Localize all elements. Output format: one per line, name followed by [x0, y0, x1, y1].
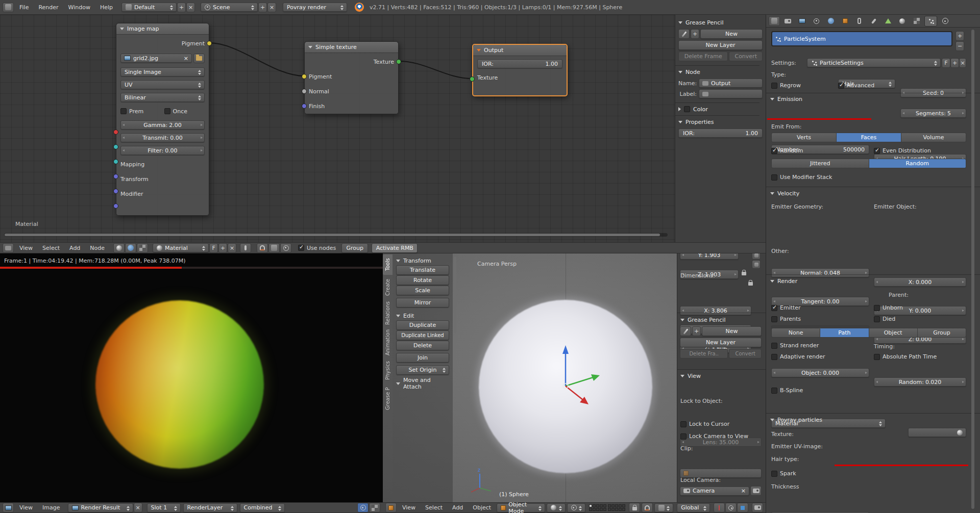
- lock-camera-to-view-checkbox[interactable]: Lock Camera to View: [680, 433, 748, 440]
- tab-material[interactable]: [896, 16, 909, 27]
- once-checkbox[interactable]: Once: [164, 108, 205, 115]
- finish-input-socket[interactable]: [302, 104, 307, 109]
- lock-to-scene-button[interactable]: [629, 503, 640, 512]
- tab-physics[interactable]: [939, 16, 951, 27]
- texture-output-socket[interactable]: [396, 59, 401, 64]
- display-channels-color-button[interactable]: [357, 503, 369, 512]
- tab-texture[interactable]: [910, 16, 923, 27]
- layer-toggle[interactable]: [611, 504, 615, 507]
- emit-from-faces-button[interactable]: Faces: [837, 133, 901, 142]
- mirror-button[interactable]: Mirror: [396, 298, 449, 307]
- mapping-input-socket[interactable]: [113, 174, 118, 179]
- pigment-output-socket[interactable]: [207, 41, 212, 46]
- node-canvas-hscrollbar[interactable]: [4, 233, 668, 237]
- advanced-checkbox[interactable]: Advanced: [838, 82, 874, 89]
- ior-slider[interactable]: IOR:1.00: [678, 129, 763, 138]
- color-panel-header[interactable]: Color: [678, 104, 763, 114]
- b-spline-checkbox[interactable]: B-Spline: [771, 387, 803, 394]
- tab-world[interactable]: [824, 16, 837, 27]
- parent-field[interactable]: [908, 428, 966, 437]
- image-editor-canvas[interactable]: Frame:1 | Time:04:19.42 | Mem:718.28M (0…: [0, 253, 383, 502]
- node-simple-texture-header[interactable]: Simple texture: [305, 42, 398, 53]
- gamma-field[interactable]: Gamma:2.00: [120, 120, 205, 130]
- delete-frame-button[interactable]: Delete Fra..: [680, 349, 728, 358]
- layer-toggle[interactable]: [608, 508, 611, 511]
- emit-from-volume-button[interactable]: Volume: [901, 133, 966, 142]
- render-object-button[interactable]: Object: [869, 328, 918, 338]
- segments-field[interactable]: Segments:5: [900, 109, 966, 118]
- particle-system-list-item[interactable]: ParticleSystem: [772, 32, 951, 45]
- delete-frame-button[interactable]: Delete Frame: [678, 52, 728, 61]
- velocity-random-field[interactable]: Random:0.020: [874, 377, 966, 387]
- translate-button[interactable]: Translate: [396, 265, 449, 275]
- absolute-path-time-checkbox[interactable]: Absolute Path Time: [874, 353, 937, 360]
- unlink-settings-button[interactable]: ×: [959, 58, 966, 68]
- add-settings-button[interactable]: +: [950, 58, 959, 68]
- snap-toggle-button[interactable]: [642, 503, 653, 512]
- display-channels-alpha-button[interactable]: [369, 503, 380, 512]
- ior-field[interactable]: IOR:1.00: [477, 59, 562, 68]
- layer-toggle[interactable]: [603, 508, 606, 511]
- transmit-input-socket[interactable]: [113, 144, 118, 149]
- menu-image[interactable]: Image: [38, 503, 64, 512]
- scale-options-button[interactable]: [752, 260, 761, 269]
- random-distribution-button[interactable]: Random: [869, 159, 967, 168]
- unlink-image-button[interactable]: ×: [134, 503, 142, 512]
- editor-type-image-button[interactable]: [3, 503, 14, 512]
- filter-input-socket[interactable]: [113, 159, 118, 164]
- use-modifier-stack-checkbox[interactable]: Use Modifier Stack: [771, 174, 832, 181]
- prem-checkbox[interactable]: Prem: [120, 108, 161, 115]
- grease-pencil-draw-button[interactable]: [678, 29, 690, 39]
- editor-type-info-button[interactable]: [3, 3, 14, 12]
- image-datablock-field[interactable]: grid2.jpg×: [120, 54, 192, 63]
- material-datablock-selector[interactable]: Material: [153, 243, 209, 252]
- render-slot-dropdown[interactable]: Slot 1: [147, 503, 181, 512]
- add-particle-system-button[interactable]: +: [955, 31, 964, 41]
- transform-orientation-dropdown[interactable]: Global: [677, 503, 710, 512]
- pivot-point-dropdown[interactable]: [567, 503, 586, 512]
- camera-select-button[interactable]: [750, 486, 762, 496]
- add-material-button[interactable]: +: [218, 243, 227, 253]
- node-simple-texture[interactable]: Simple texture Texture Pigment Normal Fi…: [304, 41, 399, 114]
- layer-toggle[interactable]: [615, 504, 618, 507]
- group-button[interactable]: Group: [341, 243, 368, 253]
- shader-type-compositing-toggle[interactable]: [137, 243, 148, 253]
- node-name-field[interactable]: Output: [699, 79, 763, 88]
- node-image-map-header[interactable]: Image map: [116, 23, 209, 35]
- move-and-attach-panel-header[interactable]: Move and Attach: [396, 379, 449, 388]
- render-layer-dropdown[interactable]: RenderLayer: [183, 503, 237, 512]
- lock-to-cursor-checkbox[interactable]: Lock to Cursor: [680, 421, 729, 427]
- grease-pencil-new-button[interactable]: New: [702, 326, 762, 336]
- convert-button[interactable]: Convert: [729, 52, 763, 61]
- add-scene-button[interactable]: +: [258, 3, 267, 12]
- menu-help[interactable]: Help: [96, 0, 117, 14]
- texture-input-socket[interactable]: [470, 76, 475, 82]
- tab-animation[interactable]: Animation: [383, 328, 393, 357]
- tab-relations[interactable]: Relations: [383, 299, 393, 327]
- scrollbar-thumb[interactable]: [5, 234, 660, 236]
- node-panel-header[interactable]: Node: [678, 67, 763, 77]
- interpolation-dropdown[interactable]: Bilinear: [120, 93, 205, 102]
- image-datablock-selector[interactable]: Render Result: [68, 503, 133, 512]
- unlink-camera-icon[interactable]: ×: [741, 488, 746, 494]
- node-output[interactable]: Output IOR:1.00 Texture: [472, 44, 568, 96]
- mode-dropdown[interactable]: Object Mode: [497, 503, 545, 512]
- grease-pencil-panel-header[interactable]: Grease Pencil: [678, 17, 763, 28]
- render-pass-dropdown[interactable]: Combined: [240, 503, 285, 512]
- properties-scrollbar[interactable]: [971, 30, 974, 509]
- mapping-dropdown[interactable]: UV: [120, 80, 205, 89]
- dimension-x-field[interactable]: X:3.806: [680, 306, 751, 315]
- delete-button[interactable]: Delete: [396, 341, 449, 350]
- tab-grease-pencil[interactable]: Grease P: [383, 384, 393, 414]
- menu-view[interactable]: View: [398, 503, 420, 512]
- render-panel-header[interactable]: Render: [770, 276, 797, 286]
- velocity-x-field[interactable]: X:0.000: [874, 277, 966, 287]
- activate-rmb-button[interactable]: Activate RMB: [372, 243, 418, 253]
- layer-toggle[interactable]: [593, 508, 596, 511]
- scene-selector[interactable]: Scene: [201, 3, 258, 12]
- scale-options-button[interactable]: [752, 253, 761, 260]
- tab-object-data[interactable]: [881, 16, 894, 27]
- scale-button[interactable]: Scale: [396, 286, 449, 295]
- even-distribution-checkbox[interactable]: Even Distribution: [874, 147, 931, 154]
- node-output-header[interactable]: Output: [473, 45, 567, 56]
